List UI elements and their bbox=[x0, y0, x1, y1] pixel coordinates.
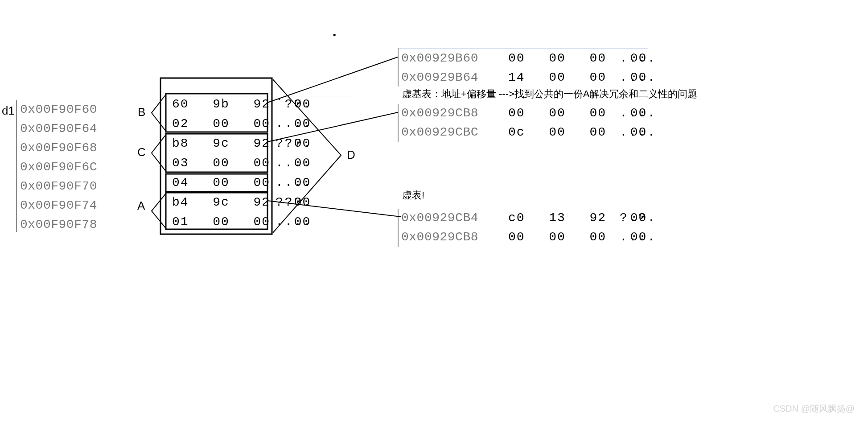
left-addr-5: 0x00F90F74 bbox=[20, 198, 97, 212]
left-addr-4: 0x00F90F70 bbox=[20, 179, 97, 193]
right-top-ascii-0: .... bbox=[620, 51, 657, 65]
label-C: C bbox=[137, 145, 146, 159]
right-bot-addr-1: 0x00929CB8 bbox=[401, 230, 478, 244]
center-ascii-0: `??. bbox=[276, 97, 313, 111]
right-bot-ascii-0: ?.?. bbox=[620, 211, 657, 225]
faint-rule-right-top bbox=[399, 48, 648, 49]
right-bot-bar bbox=[398, 209, 399, 247]
label-B: B bbox=[138, 105, 145, 119]
right-top-addr-1: 0x00929B64 bbox=[401, 70, 478, 84]
top-dot: · bbox=[330, 27, 339, 44]
left-addr-0: 0x00F90F60 bbox=[20, 103, 97, 116]
center-ascii-4: .... bbox=[276, 176, 313, 190]
center-ascii-3: .... bbox=[276, 156, 313, 170]
center-ascii-6: .... bbox=[276, 215, 313, 229]
left-addr-2: 0x00F90F68 bbox=[20, 141, 97, 155]
label-A: A bbox=[137, 199, 145, 213]
right-mid-addr-1: 0x00929CBC bbox=[401, 125, 478, 139]
left-addr-1: 0x00F90F64 bbox=[20, 122, 97, 136]
watermark: CSDN @随风飘扬@ bbox=[773, 403, 855, 415]
right-top-addr-0: 0x00929B60 bbox=[401, 51, 478, 65]
d1-label: d1 bbox=[2, 104, 15, 118]
right-top-bar bbox=[398, 48, 399, 87]
center-ascii-5: ???. bbox=[276, 195, 313, 209]
right-mid-ascii-1: .... bbox=[620, 125, 657, 139]
annotation-vt: 虚表! bbox=[402, 189, 424, 202]
annotation-vbt: 虚基表：地址+偏移量 --->找到公共的一份A解决冗余和二义性的问题 bbox=[402, 87, 697, 101]
center-ascii-1: .... bbox=[276, 117, 313, 131]
right-mid-bar bbox=[398, 104, 399, 142]
right-bot-addr-0: 0x00929CB4 bbox=[401, 211, 478, 225]
center-ascii-2: ???. bbox=[276, 136, 313, 150]
faint-rule-center bbox=[160, 96, 356, 96]
left-bar bbox=[16, 100, 17, 232]
right-mid-addr-0: 0x00929CB8 bbox=[401, 106, 478, 120]
right-bot-ascii-1: .... bbox=[620, 230, 657, 244]
left-addr-6: 0x00F90F78 bbox=[20, 218, 97, 231]
left-addr-3: 0x00F90F6C bbox=[20, 160, 97, 174]
label-D: D bbox=[347, 148, 355, 162]
right-top-ascii-1: .... bbox=[620, 70, 657, 84]
right-mid-ascii-0: .... bbox=[620, 106, 657, 120]
